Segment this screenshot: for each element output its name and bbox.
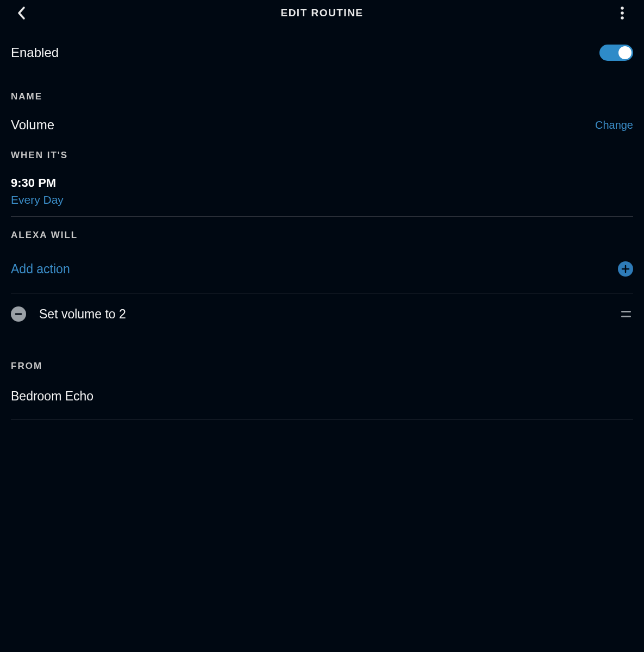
divider	[11, 216, 633, 217]
action-text[interactable]: Set volume to 2	[39, 307, 606, 322]
when-section-label: WHEN IT'S	[11, 150, 633, 161]
svg-point-1	[621, 11, 624, 15]
plus-icon	[618, 261, 633, 277]
drag-handle[interactable]	[619, 309, 633, 319]
svg-point-0	[621, 7, 624, 10]
remove-action-button[interactable]	[11, 306, 26, 322]
action-item: Set volume to 2	[11, 293, 633, 335]
page-title: EDIT ROUTINE	[280, 7, 363, 19]
name-section-label: NAME	[11, 91, 633, 102]
app-header: EDIT ROUTINE	[0, 0, 644, 26]
enabled-row: Enabled	[11, 26, 633, 74]
name-row: Volume Change	[11, 117, 633, 133]
minus-icon	[14, 310, 23, 318]
drag-handle-icon	[621, 316, 631, 317]
back-button[interactable]	[13, 4, 30, 22]
schedule-repeat: Every Day	[11, 193, 633, 206]
add-action-label: Add action	[11, 262, 70, 277]
more-vert-icon	[620, 5, 624, 21]
svg-point-2	[621, 16, 624, 20]
drag-handle-icon	[621, 311, 631, 312]
add-action-button[interactable]: Add action	[11, 245, 633, 293]
routine-name: Volume	[11, 117, 54, 133]
chevron-left-icon	[16, 5, 27, 21]
enabled-label: Enabled	[11, 45, 59, 60]
enabled-toggle[interactable]	[599, 45, 633, 61]
change-name-link[interactable]: Change	[595, 119, 633, 131]
divider	[11, 419, 633, 419]
alexa-will-section-label: ALEXA WILL	[11, 230, 633, 241]
main-content: Enabled NAME Volume Change WHEN IT'S 9:3…	[0, 26, 644, 419]
from-device[interactable]: Bedroom Echo	[11, 389, 633, 404]
toggle-knob	[618, 46, 632, 59]
from-section-label: FROM	[11, 361, 633, 372]
schedule-row[interactable]: 9:30 PM Every Day	[11, 176, 633, 206]
schedule-time: 9:30 PM	[11, 176, 633, 190]
overflow-menu-button[interactable]	[614, 4, 631, 22]
